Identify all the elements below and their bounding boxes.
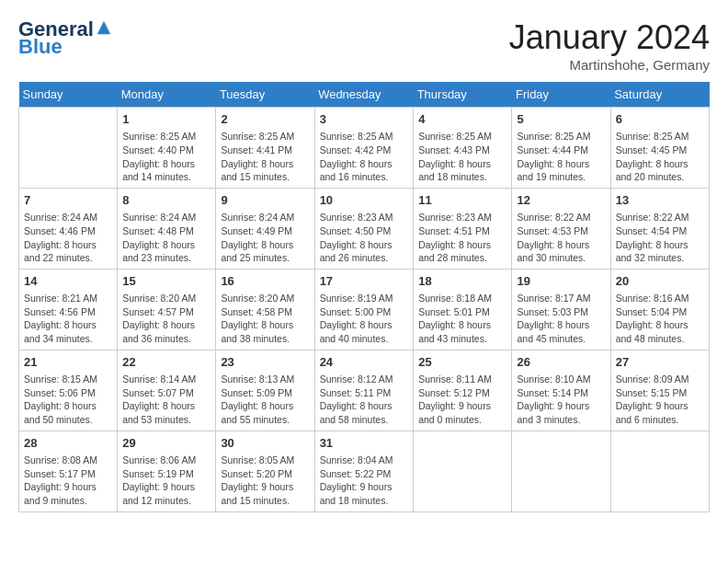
day-number: 8 (122, 192, 210, 209)
calendar-cell: 1Sunrise: 8:25 AM Sunset: 4:40 PM Daylig… (118, 108, 216, 189)
day-info: Sunrise: 8:23 AM Sunset: 4:51 PM Dayligh… (418, 211, 506, 265)
day-info: Sunrise: 8:25 AM Sunset: 4:45 PM Dayligh… (616, 130, 704, 184)
day-info: Sunrise: 8:19 AM Sunset: 5:00 PM Dayligh… (320, 292, 409, 346)
svg-marker-0 (97, 21, 110, 34)
calendar-cell (512, 431, 610, 511)
weekday-header-thursday: Thursday (414, 82, 512, 108)
day-number: 2 (221, 111, 309, 128)
day-number: 3 (320, 111, 409, 128)
day-number: 28 (24, 435, 112, 452)
day-number: 26 (517, 354, 605, 371)
day-number: 27 (616, 354, 704, 371)
day-info: Sunrise: 8:24 AM Sunset: 4:46 PM Dayligh… (24, 211, 112, 265)
day-number: 13 (616, 192, 704, 209)
calendar-cell (610, 431, 709, 511)
day-info: Sunrise: 8:11 AM Sunset: 5:12 PM Dayligh… (418, 373, 506, 427)
calendar-cell: 25Sunrise: 8:11 AM Sunset: 5:12 PM Dayli… (414, 350, 512, 431)
calendar-cell: 17Sunrise: 8:19 AM Sunset: 5:00 PM Dayli… (314, 269, 414, 350)
day-number: 5 (517, 111, 605, 128)
weekday-header-friday: Friday (512, 82, 610, 108)
calendar-week-row: 1Sunrise: 8:25 AM Sunset: 4:40 PM Daylig… (19, 108, 710, 189)
day-info: Sunrise: 8:08 AM Sunset: 5:17 PM Dayligh… (24, 454, 112, 508)
calendar-cell: 21Sunrise: 8:15 AM Sunset: 5:06 PM Dayli… (19, 350, 118, 431)
calendar-cell: 13Sunrise: 8:22 AM Sunset: 4:54 PM Dayli… (610, 188, 709, 269)
day-info: Sunrise: 8:22 AM Sunset: 4:53 PM Dayligh… (517, 211, 605, 265)
location: Martinshohe, Germany (509, 57, 710, 73)
weekday-header-tuesday: Tuesday (216, 82, 314, 108)
day-info: Sunrise: 8:18 AM Sunset: 5:01 PM Dayligh… (418, 292, 506, 346)
calendar-cell: 10Sunrise: 8:23 AM Sunset: 4:50 PM Dayli… (314, 188, 414, 269)
calendar-cell: 12Sunrise: 8:22 AM Sunset: 4:53 PM Dayli… (512, 188, 610, 269)
calendar-cell: 11Sunrise: 8:23 AM Sunset: 4:51 PM Dayli… (414, 188, 512, 269)
day-number: 10 (320, 192, 409, 209)
day-info: Sunrise: 8:16 AM Sunset: 5:04 PM Dayligh… (616, 292, 704, 346)
day-number: 23 (221, 354, 309, 371)
day-number: 1 (122, 111, 210, 128)
weekday-header-wednesday: Wednesday (314, 82, 414, 108)
calendar-cell (19, 108, 118, 189)
month-title: January 2024 (509, 18, 710, 57)
calendar-cell: 31Sunrise: 8:04 AM Sunset: 5:22 PM Dayli… (314, 431, 414, 511)
day-info: Sunrise: 8:17 AM Sunset: 5:03 PM Dayligh… (517, 292, 605, 346)
day-number: 29 (122, 435, 210, 452)
day-info: Sunrise: 8:20 AM Sunset: 4:58 PM Dayligh… (221, 292, 309, 346)
calendar-cell (414, 431, 512, 511)
calendar-cell: 30Sunrise: 8:05 AM Sunset: 5:20 PM Dayli… (216, 431, 314, 511)
calendar-week-row: 28Sunrise: 8:08 AM Sunset: 5:17 PM Dayli… (19, 431, 710, 511)
weekday-header-saturday: Saturday (610, 82, 709, 108)
day-info: Sunrise: 8:22 AM Sunset: 4:54 PM Dayligh… (616, 211, 704, 265)
calendar-cell: 4Sunrise: 8:25 AM Sunset: 4:43 PM Daylig… (414, 108, 512, 189)
day-number: 12 (517, 192, 605, 209)
day-info: Sunrise: 8:06 AM Sunset: 5:19 PM Dayligh… (122, 454, 210, 508)
weekday-header-sunday: Sunday (19, 82, 118, 108)
calendar-cell: 27Sunrise: 8:09 AM Sunset: 5:15 PM Dayli… (610, 350, 709, 431)
day-number: 6 (616, 111, 704, 128)
weekday-header-row: SundayMondayTuesdayWednesdayThursdayFrid… (19, 82, 710, 108)
day-info: Sunrise: 8:25 AM Sunset: 4:41 PM Dayligh… (221, 130, 309, 184)
day-number: 20 (616, 273, 704, 290)
day-info: Sunrise: 8:04 AM Sunset: 5:22 PM Dayligh… (320, 454, 409, 508)
calendar-cell: 26Sunrise: 8:10 AM Sunset: 5:14 PM Dayli… (512, 350, 610, 431)
day-number: 22 (122, 354, 210, 371)
day-info: Sunrise: 8:09 AM Sunset: 5:15 PM Dayligh… (616, 373, 704, 427)
day-info: Sunrise: 8:05 AM Sunset: 5:20 PM Dayligh… (221, 454, 309, 508)
day-number: 17 (320, 273, 409, 290)
logo: General Blue (18, 18, 112, 59)
day-number: 9 (221, 192, 309, 209)
day-info: Sunrise: 8:21 AM Sunset: 4:56 PM Dayligh… (24, 292, 112, 346)
calendar-cell: 15Sunrise: 8:20 AM Sunset: 4:57 PM Dayli… (118, 269, 216, 350)
calendar-cell: 18Sunrise: 8:18 AM Sunset: 5:01 PM Dayli… (414, 269, 512, 350)
calendar-cell: 14Sunrise: 8:21 AM Sunset: 4:56 PM Dayli… (19, 269, 118, 350)
calendar-cell: 22Sunrise: 8:14 AM Sunset: 5:07 PM Dayli… (118, 350, 216, 431)
day-info: Sunrise: 8:12 AM Sunset: 5:11 PM Dayligh… (320, 373, 409, 427)
title-section: January 2024 Martinshohe, Germany (509, 18, 710, 73)
day-info: Sunrise: 8:25 AM Sunset: 4:44 PM Dayligh… (517, 130, 605, 184)
day-number: 14 (24, 273, 112, 290)
calendar-cell: 9Sunrise: 8:24 AM Sunset: 4:49 PM Daylig… (216, 188, 314, 269)
day-info: Sunrise: 8:24 AM Sunset: 4:49 PM Dayligh… (221, 211, 309, 265)
day-number: 21 (24, 354, 112, 371)
day-number: 30 (221, 435, 309, 452)
calendar-cell: 7Sunrise: 8:24 AM Sunset: 4:46 PM Daylig… (19, 188, 118, 269)
day-number: 25 (418, 354, 506, 371)
day-info: Sunrise: 8:23 AM Sunset: 4:50 PM Dayligh… (320, 211, 409, 265)
day-number: 11 (418, 192, 506, 209)
day-info: Sunrise: 8:13 AM Sunset: 5:09 PM Dayligh… (221, 373, 309, 427)
day-number: 19 (517, 273, 605, 290)
day-number: 4 (418, 111, 506, 128)
calendar-cell: 20Sunrise: 8:16 AM Sunset: 5:04 PM Dayli… (610, 269, 709, 350)
calendar-cell: 28Sunrise: 8:08 AM Sunset: 5:17 PM Dayli… (19, 431, 118, 511)
calendar-cell: 5Sunrise: 8:25 AM Sunset: 4:44 PM Daylig… (512, 108, 610, 189)
day-number: 18 (418, 273, 506, 290)
day-info: Sunrise: 8:25 AM Sunset: 4:40 PM Dayligh… (122, 130, 210, 184)
day-info: Sunrise: 8:24 AM Sunset: 4:48 PM Dayligh… (122, 211, 210, 265)
page-header: General Blue January 2024 Martinshohe, G… (18, 18, 710, 73)
day-number: 15 (122, 273, 210, 290)
day-info: Sunrise: 8:25 AM Sunset: 4:43 PM Dayligh… (418, 130, 506, 184)
day-number: 31 (320, 435, 409, 452)
calendar-week-row: 7Sunrise: 8:24 AM Sunset: 4:46 PM Daylig… (19, 188, 710, 269)
day-info: Sunrise: 8:10 AM Sunset: 5:14 PM Dayligh… (517, 373, 605, 427)
calendar-cell: 6Sunrise: 8:25 AM Sunset: 4:45 PM Daylig… (610, 108, 709, 189)
day-number: 16 (221, 273, 309, 290)
calendar-cell: 3Sunrise: 8:25 AM Sunset: 4:42 PM Daylig… (314, 108, 414, 189)
